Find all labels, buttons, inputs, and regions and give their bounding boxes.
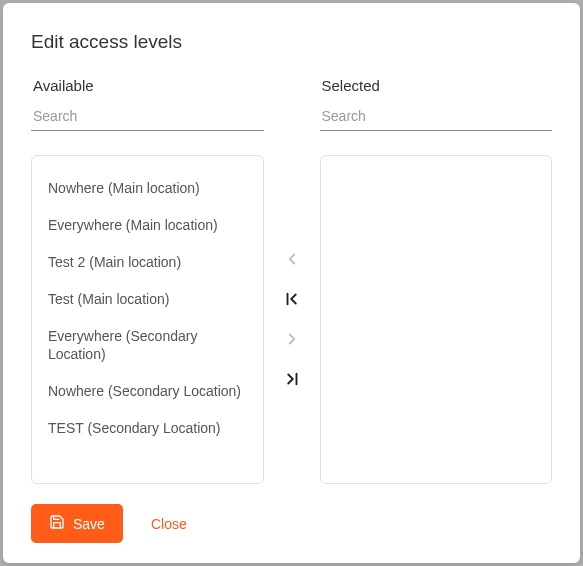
transfer-buttons (264, 77, 320, 484)
save-button[interactable]: Save (31, 504, 123, 543)
available-search-input[interactable] (31, 104, 264, 131)
list-item[interactable]: TEST (Secondary Location) (46, 410, 249, 447)
save-icon (49, 514, 65, 533)
move-right-button[interactable] (280, 329, 304, 353)
close-button[interactable]: Close (151, 516, 187, 532)
selected-panel: Selected (320, 77, 553, 484)
available-label: Available (31, 77, 264, 94)
available-panel: Available Nowhere (Main location) Everyw… (31, 77, 264, 484)
list-item[interactable]: Test 2 (Main location) (46, 244, 249, 281)
selected-list (320, 155, 553, 484)
list-item[interactable]: Everywhere (Main location) (46, 207, 249, 244)
chevron-all-right-icon (283, 370, 301, 391)
move-left-button[interactable] (280, 249, 304, 273)
dual-list-container: Available Nowhere (Main location) Everyw… (31, 77, 552, 484)
selected-label: Selected (320, 77, 553, 94)
chevron-left-icon (283, 250, 301, 271)
modal-title: Edit access levels (31, 31, 552, 53)
list-item[interactable]: Test (Main location) (46, 281, 249, 318)
chevron-all-left-icon (283, 290, 301, 311)
list-item[interactable]: Nowhere (Secondary Location) (46, 373, 249, 410)
list-item[interactable]: Everywhere (Secondary Location) (46, 318, 249, 374)
move-all-left-button[interactable] (280, 289, 304, 313)
available-list: Nowhere (Main location) Everywhere (Main… (31, 155, 264, 484)
move-all-right-button[interactable] (280, 369, 304, 393)
chevron-right-icon (283, 330, 301, 351)
edit-access-levels-modal: Edit access levels Available Nowhere (Ma… (3, 3, 580, 563)
selected-search-input[interactable] (320, 104, 553, 131)
save-button-label: Save (73, 516, 105, 532)
modal-footer: Save Close (31, 504, 552, 543)
list-item[interactable]: Nowhere (Main location) (46, 170, 249, 207)
